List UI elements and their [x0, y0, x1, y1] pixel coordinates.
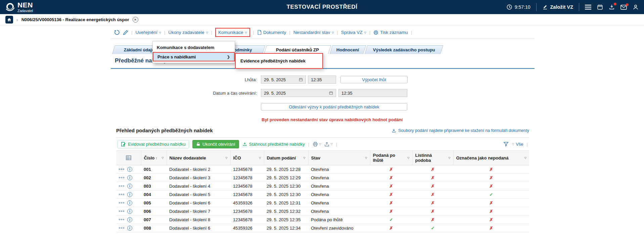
column-filter-icon[interactable]: ▽ [303, 156, 305, 159]
menu-option-label: Práce s nabídkami [157, 54, 196, 59]
grid-title-row: Přehled podaných předběžných nabídek Sou… [116, 128, 529, 133]
stahnout-nabidky-button[interactable]: Stáhnout předběžné nabídky [242, 142, 305, 147]
info-icon[interactable]: i [127, 167, 132, 172]
chevron-down-icon: ▽ [319, 143, 321, 146]
chevron-right-icon: ❯ [227, 55, 230, 59]
column-header-nazev-dodavatele[interactable]: Název dodavatele▽ [167, 151, 230, 165]
cell-cislo: 003 [141, 182, 167, 190]
info-icon[interactable]: i [127, 200, 132, 205]
calendar-icon[interactable] [597, 4, 603, 10]
column-header-datum-podani[interactable]: Datum podání▽ [264, 151, 308, 165]
ukoncit-oteviranì-button[interactable]: Ukončit otevírání [192, 140, 239, 148]
row-menu-icon[interactable] [119, 194, 124, 195]
menu-separator: | [337, 30, 338, 35]
info-icon[interactable]: i [127, 184, 132, 189]
row-menu-icon[interactable] [119, 185, 124, 187]
menu-item-dokumenty[interactable]: Dokumenty [257, 30, 286, 35]
check-icon: ✓ [431, 226, 435, 231]
menu-option-prace-s-nabidkami[interactable]: Práce s nabídkami❯ [153, 52, 235, 61]
table-row[interactable]: i006Dodavatel - školení 71234567829. 5. … [116, 207, 529, 216]
menu-item-komunikace[interactable]: Komunikace▽ [215, 28, 250, 37]
row-menu-icon[interactable] [119, 227, 124, 229]
table-row[interactable]: i004Dodavatel - školení 51234567829. 5. … [116, 190, 529, 199]
menu-option-komunikace-s-dodavatelem[interactable]: Komunikace s dodavatelem [153, 43, 235, 52]
deadline-time-input[interactable]: 12:35 [308, 76, 336, 84]
cell-ico: 45359326 [230, 224, 264, 232]
mail-icon[interactable] [620, 5, 627, 10]
info-icon[interactable]: i [127, 192, 132, 197]
cross-icon: ✗ [490, 184, 493, 189]
column-header-listinna-podoba[interactable]: Listinná podoba▽ [412, 151, 453, 165]
row-menu-icon[interactable] [119, 202, 124, 203]
info-icon[interactable]: i [127, 175, 132, 180]
topbar-separator [536, 3, 537, 11]
user-icon[interactable] [633, 4, 639, 10]
table-row[interactable]: i001Dodavatel - školení 21234567829. 5. … [116, 165, 529, 174]
export-button[interactable]: ▽ [324, 142, 332, 147]
clock-time: 9:57:10 [515, 4, 531, 10]
table-row[interactable]: i005Dodavatel - školení 64535932629. 5. … [116, 199, 529, 207]
cross-icon: ✗ [490, 217, 493, 222]
info-icon[interactable]: i [127, 209, 132, 214]
row-menu-icon[interactable] [119, 219, 124, 220]
zalozit-vz-button[interactable]: Založit VZ [542, 4, 573, 10]
column-filter-icon[interactable]: ▽ [407, 156, 409, 159]
vypocet-lhut-button[interactable]: Výpočet lhůt [340, 76, 408, 83]
print-grid-button[interactable]: ▽ [313, 142, 321, 147]
send-call-button[interactable]: Odeslání výzvy k podání předběžných nabí… [261, 103, 407, 110]
hamburger-icon[interactable] [585, 5, 591, 10]
menu-item-uverejneni[interactable]: Uveřejnění▽ [135, 30, 161, 35]
close-record-icon[interactable]: ✕ [133, 17, 138, 22]
column-filter-icon[interactable]: ▽ [259, 156, 261, 159]
menu-item-nestandardni-stav[interactable]: Nestandardní stav▽ [293, 30, 334, 35]
info-icon[interactable]: i [127, 217, 132, 222]
column-filter-icon[interactable]: ▽ [448, 156, 450, 159]
opening-time-input[interactable]: 12:35 [338, 89, 407, 97]
cell-listinna-podoba: ✗ [412, 174, 453, 182]
table-row[interactable]: i008Dodavatel - školení 64535932629. 5. … [116, 224, 529, 232]
menu-item-tisk-zaznamu[interactable]: Tisk záznamu [373, 30, 408, 35]
download-badge [614, 3, 616, 5]
menu-item-label: Úkony zadavatele [168, 30, 204, 35]
cell-podana-po-lhute: ✓ [370, 216, 412, 224]
column-header-cislo[interactable]: Číslo↑▽ [141, 151, 167, 165]
files-link[interactable]: Soubory podání najdete připravené ke sta… [392, 128, 529, 133]
calendar-icon[interactable] [329, 91, 333, 95]
download-icon[interactable] [609, 4, 615, 10]
column-header-podana-po-lhute[interactable]: Podaná po lhůtě▽ [370, 151, 412, 165]
column-filter-icon[interactable]: ▽ [365, 156, 367, 159]
home-icon[interactable] [5, 16, 13, 23]
filter-vse-button[interactable]: ▽ Vše [512, 142, 523, 147]
deadline-row: Lhůta: 29. 5. 2025 12:35 Výpočet lhůt [111, 76, 535, 84]
files-link-label: Soubory podání najdete připravené ke sta… [398, 128, 529, 133]
table-row[interactable]: i007Dodavatel - školení 81234567829. 5. … [116, 216, 529, 224]
opening-date-input[interactable]: 29. 5. 2025 [261, 89, 336, 97]
column-header-stav[interactable]: Stav▽ [308, 151, 370, 165]
funnel-icon[interactable] [503, 141, 509, 147]
cross-icon: ✗ [389, 192, 393, 197]
column-filter-icon[interactable]: ▽ [524, 156, 526, 159]
pencil-icon[interactable] [123, 30, 128, 35]
grid-settings-header[interactable] [116, 151, 141, 165]
info-icon[interactable]: i [127, 226, 132, 231]
menu-item-ukony-zadavatele[interactable]: Úkony zadavatele▽ [168, 30, 208, 35]
column-filter-icon[interactable]: ▽ [162, 156, 164, 159]
table-row[interactable]: i002Dodavatel - školení 31234567829. 5. … [116, 174, 529, 182]
column-header-ico[interactable]: IČO▽ [230, 151, 264, 165]
row-menu-icon[interactable] [119, 169, 124, 170]
history-icon[interactable] [114, 30, 120, 35]
nen-logo[interactable]: NEN Zadavatel [5, 1, 33, 13]
deadline-date-input[interactable]: 29. 5. 2025 [261, 76, 306, 84]
tab-hodnoceni[interactable]: Hodnocení [330, 45, 366, 54]
calendar-icon[interactable] [299, 78, 303, 82]
table-row[interactable]: i003Dodavatel - školení 41234567829. 5. … [116, 182, 529, 190]
tab-vysledek-zadavaciho-postupu[interactable]: Výsledek zadávacího postupu [365, 45, 443, 54]
column-filter-icon[interactable]: ▽ [225, 156, 227, 159]
row-menu-icon[interactable] [119, 210, 124, 212]
menu-item-sprava-vz[interactable]: Správa VZ▽ [341, 30, 366, 35]
evidovat-nabidku-button[interactable]: Evidovat předběžnou nabídku [118, 140, 189, 148]
submenu-option-evidence-predbeznych-nabidek[interactable]: Evidence předběžných nabídek [240, 58, 306, 63]
column-header-oznacena-jako-nepodana[interactable]: Označena jako nepodaná▽ [453, 151, 529, 165]
cell-cislo: 005 [141, 199, 167, 207]
row-menu-icon[interactable] [119, 177, 124, 178]
